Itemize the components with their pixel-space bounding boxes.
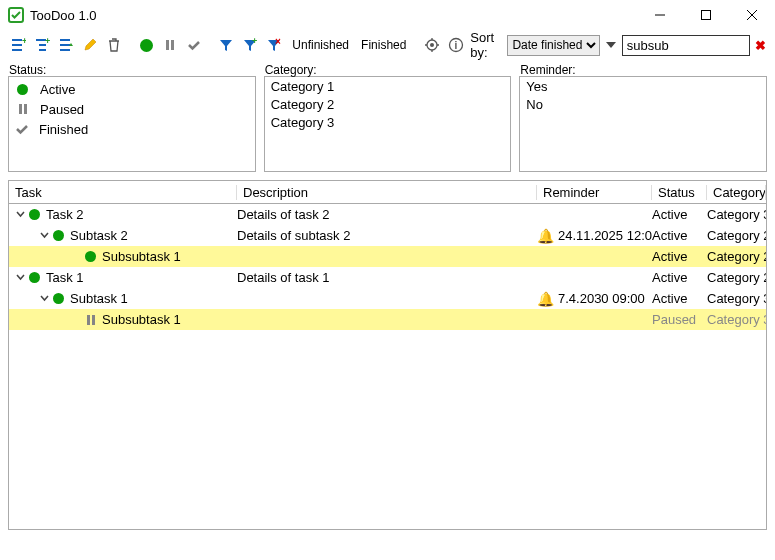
reminder-filter-item[interactable]: Yes [526, 79, 760, 97]
reminder-filter-item[interactable]: No [526, 97, 760, 115]
table-row[interactable]: Subsubtask 1PausedCategory 3 [9, 309, 766, 330]
task-reminder: 🔔24.11.2025 12:00 [537, 228, 652, 244]
list-add-icon[interactable]: + [8, 34, 28, 56]
bell-icon: 🔔 [537, 228, 554, 244]
svg-text:×: × [275, 37, 281, 47]
task-status: Active [652, 228, 707, 243]
category-filter-item[interactable]: Category 1 [271, 79, 505, 97]
task-status: Active [652, 291, 707, 306]
info-icon[interactable]: i [446, 34, 466, 56]
col-task[interactable]: Task [9, 185, 237, 200]
mark-active-icon[interactable] [136, 34, 156, 56]
task-category: Category 2 [707, 270, 766, 285]
svg-rect-2 [702, 11, 711, 20]
filter-icon[interactable] [216, 34, 236, 56]
bell-icon: 🔔 [537, 291, 554, 307]
task-description: Details of task 1 [237, 270, 537, 285]
filter-unfinished-button[interactable]: Unfinished [288, 38, 353, 52]
expander-icon[interactable] [13, 273, 27, 282]
col-status[interactable]: Status [652, 185, 707, 200]
grid-header: Task Description Reminder Status Categor… [8, 180, 767, 204]
category-panel: Category: Category 1 Category 2 Category… [264, 76, 512, 172]
table-row[interactable]: Task 1Details of task 1ActiveCategory 2 [9, 267, 766, 288]
close-button[interactable] [729, 0, 775, 30]
mark-finished-icon[interactable] [184, 34, 204, 56]
task-description: Details of subtask 2 [237, 228, 537, 243]
reminder-panel: Reminder: Yes No [519, 76, 767, 172]
task-category: Category 2 [707, 228, 766, 243]
paused-icon [85, 314, 96, 325]
trash-icon[interactable] [104, 34, 124, 56]
sort-select[interactable]: Date finished [507, 35, 600, 56]
list-sort-icon[interactable] [56, 34, 76, 56]
table-row[interactable]: Subtask 1🔔7.4.2030 09:00ActiveCategory 3 [9, 288, 766, 309]
title-bar: TooDoo 1.0 [0, 0, 775, 30]
task-description: Details of task 2 [237, 207, 537, 222]
grid-body: Task 2Details of task 2ActiveCategory 3S… [8, 204, 767, 530]
status-filter-finished[interactable]: Finished [15, 119, 249, 139]
task-status: Active [652, 207, 707, 222]
filter-panels: Status: Active Paused Finished Category:… [0, 70, 775, 176]
col-reminder[interactable]: Reminder [537, 185, 652, 200]
status-filter-active[interactable]: Active [15, 79, 249, 99]
task-grid: Task Description Reminder Status Categor… [8, 180, 767, 530]
filter-finished-button[interactable]: Finished [357, 38, 410, 52]
col-category[interactable]: Category [707, 185, 766, 200]
task-name: Subtask 2 [70, 228, 128, 243]
expander-icon[interactable] [37, 294, 51, 303]
svg-text:+: + [45, 37, 50, 46]
task-status: Paused [652, 312, 707, 327]
task-category: Category 3 [707, 291, 766, 306]
toolbar: + + + × Unfinished Finished i Sort by: D… [0, 30, 775, 60]
sort-label: Sort by: [470, 30, 503, 60]
task-name: Subtask 1 [70, 291, 128, 306]
active-icon [53, 293, 64, 304]
active-icon [29, 209, 40, 220]
col-description[interactable]: Description [237, 185, 537, 200]
minimize-button[interactable] [637, 0, 683, 30]
task-category: Category 3 [707, 312, 766, 327]
window-title: TooDoo 1.0 [30, 8, 97, 23]
edit-icon[interactable] [80, 34, 100, 56]
task-category: Category 3 [707, 207, 766, 222]
maximize-button[interactable] [683, 0, 729, 30]
category-filter-item[interactable]: Category 2 [271, 97, 505, 115]
svg-text:+: + [252, 37, 257, 46]
sort-direction-icon[interactable] [604, 36, 617, 54]
task-name: Subsubtask 1 [102, 312, 181, 327]
settings-icon[interactable] [422, 34, 442, 56]
task-name: Task 2 [46, 207, 84, 222]
svg-text:+: + [22, 37, 26, 46]
mark-paused-icon[interactable] [160, 34, 180, 56]
active-icon [53, 230, 64, 241]
status-panel: Status: Active Paused Finished [8, 76, 256, 172]
filter-add-icon[interactable]: + [240, 34, 260, 56]
expander-icon[interactable] [13, 210, 27, 219]
task-name: Task 1 [46, 270, 84, 285]
clear-search-icon[interactable]: ✖ [754, 38, 767, 53]
table-row[interactable]: Subtask 2Details of subtask 2🔔24.11.2025… [9, 225, 766, 246]
task-name: Subsubtask 1 [102, 249, 181, 264]
svg-text:i: i [455, 40, 458, 51]
task-status: Active [652, 270, 707, 285]
task-status: Active [652, 249, 707, 264]
reminder-panel-label: Reminder: [520, 63, 575, 77]
table-row[interactable]: Task 2Details of task 2ActiveCategory 3 [9, 204, 766, 225]
filter-clear-icon[interactable]: × [264, 34, 284, 56]
svg-point-19 [430, 43, 434, 47]
status-panel-label: Status: [9, 63, 46, 77]
list-subtask-icon[interactable]: + [32, 34, 52, 56]
status-filter-paused[interactable]: Paused [15, 99, 249, 119]
active-icon [85, 251, 96, 262]
task-reminder: 🔔7.4.2030 09:00 [537, 291, 652, 307]
category-panel-label: Category: [265, 63, 317, 77]
search-input[interactable] [622, 35, 750, 56]
task-category: Category 2 [707, 249, 766, 264]
category-filter-item[interactable]: Category 3 [271, 115, 505, 133]
table-row[interactable]: Subsubtask 1ActiveCategory 2 [9, 246, 766, 267]
active-icon [29, 272, 40, 283]
app-icon [8, 7, 24, 23]
expander-icon[interactable] [37, 231, 51, 240]
